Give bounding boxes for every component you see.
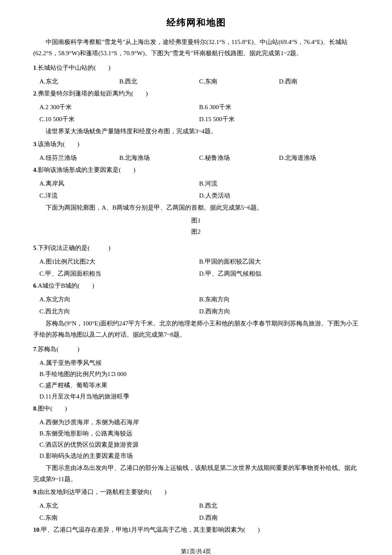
q9-option-b: B.西北	[199, 500, 359, 511]
q9-option-d: D.西南	[199, 512, 359, 523]
intro-paragraph-1: 中国南极科学考察船"雪龙号"从上海出发，途经弗里曼特尔(32.1°S，115.8…	[33, 37, 359, 59]
q6-option-c: C.西北方向	[39, 306, 199, 317]
section-note-3: 下面为两国轮廓图，A、B两城市分别是甲、乙两国的首都。据此完成第5~6题。	[33, 202, 359, 213]
q2-options-row1: A.2 300千米 B.6 300千米	[33, 102, 359, 113]
q5-option-a: A.图1比例尺比图2大	[39, 256, 199, 267]
figure-2-label: 图2	[33, 226, 359, 237]
q7-options: A.属于亚热带季风气候 B.手绘地图的比例尺约为1∶3 000 C.盛产柑橘、葡…	[33, 357, 359, 402]
q1-option-c: C.东南	[199, 76, 279, 87]
q4-option-b: B.河流	[199, 178, 359, 189]
q4-text: .影响该渔场形成的主要因素是( )	[37, 166, 136, 173]
q3-option-a: A.纽芬兰渔场	[39, 152, 119, 164]
q7-option-d: D.11月至次年4月当地的旅游旺季	[39, 391, 359, 402]
q9-text: .由出发地到达甲港口，一路航程主要驶向( )	[37, 489, 167, 495]
question-5: 5.下列说法正确的是( )	[33, 242, 359, 254]
q8-option-d: D.影响码头选址的主要因素是市场	[39, 450, 359, 462]
q1-options: A.东北 B.西北 C.东南 D.西南	[33, 76, 359, 87]
q8-option-c: C.酒店区的优势区位因素是旅游资源	[39, 439, 359, 450]
q6-text: .A城位于B城的( )	[37, 282, 95, 289]
q6-option-b: B.东南方向	[199, 294, 359, 305]
q5-text: .下列说法正确的是( )	[37, 244, 111, 251]
q3-option-b: B.北海渔场	[119, 152, 200, 164]
q1-option-a: A.东北	[39, 76, 119, 87]
q9-number: 9	[33, 489, 37, 495]
q6-number: 6	[33, 282, 37, 289]
section-note-4: 下图示意由冰岛出发向甲、乙港口的部分海上运输线，该航线是第二次世界大战期间重要的…	[33, 462, 359, 485]
q2-options-row2: C.10 500千米 D.15 500千米	[33, 114, 359, 125]
q5-options: A.图1比例尺比图2大 B.甲国的面积较乙国大	[33, 256, 359, 267]
section-note-2: 读世界某大渔场鱿鱼产量随纬度和经度分布图，完成第3~4题。	[33, 126, 359, 137]
q5-options-row2: C.甲、乙两国面积相当 D.甲、乙两国气候相似	[33, 268, 359, 279]
intro-paragraph-2: 苏梅岛(9°N，100°E)面积约247平方千米。北京的地理老师小王和他的朋友小…	[33, 318, 359, 340]
q7-option-c: C.盛产柑橘、葡萄等水果	[39, 380, 359, 391]
q3-option-d: D.北海道渔场	[279, 152, 359, 164]
q3-options: A.纽芬兰渔场 B.北海渔场 C.秘鲁渔场 D.北海道渔场	[33, 152, 359, 164]
q9-option-a: A.东北	[39, 500, 199, 511]
q4-options-row2: C.洋流 D.人类活动	[33, 190, 359, 201]
q7-number: 7	[33, 346, 37, 352]
q4-option-a: A.离岸风	[39, 178, 199, 189]
q5-option-b: B.甲国的面积较乙国大	[199, 256, 359, 267]
q2-option-d: D.15 500千米	[199, 114, 359, 125]
q6-options-row1: A.东北方向 B.东南方向	[33, 294, 359, 305]
q9-options-row1: A.东北 B.西北	[33, 500, 359, 511]
q2-option-c: C.10 500千米	[39, 114, 199, 125]
question-10: 10.甲、乙港口气温存在差异，甲地1月平均气温高于乙地，其主要影响因素为( )	[33, 524, 359, 535]
q8-text: .图中( )	[37, 405, 67, 412]
q2-text: .弗里曼特尔到蓬塔的最短距离约为( )	[37, 90, 148, 97]
q4-number: 4	[33, 166, 37, 173]
q9-options-row2: C.东南 D.西南	[33, 512, 359, 523]
question-9: 9.由出发地到达甲港口，一路航程主要驶向( )	[33, 487, 359, 498]
question-7: 7.苏梅岛( )	[33, 344, 359, 355]
q2-option-a: A.2 300千米	[39, 102, 199, 113]
q7-option-a: A.属于亚热带季风气候	[39, 357, 359, 369]
q7-option-b: B.手绘地图的比例尺约为1∶3 000	[39, 369, 359, 380]
q1-option-d: D.西南	[279, 76, 359, 87]
figure-1-label: 图1	[33, 215, 359, 226]
q5-option-c: C.甲、乙两国面积相当	[39, 268, 199, 279]
question-3: 3.该渔场为( )	[33, 139, 359, 150]
question-8: 8.图中( )	[33, 403, 359, 414]
page-footer: 第1页/共4页	[33, 548, 359, 555]
q10-number: 10	[33, 526, 39, 533]
q10-text: .甲、乙港口气温存在差异，甲地1月平均气温高于乙地，其主要影响因素为( )	[39, 526, 260, 533]
q2-option-b: B.6 300千米	[199, 102, 359, 113]
q7-text: .苏梅岛( )	[37, 346, 80, 352]
q8-number: 8	[33, 405, 37, 412]
page-title: 经纬网和地图	[33, 17, 359, 29]
q4-option-d: D.人类活动	[199, 190, 359, 201]
q1-text: .长城站位于中山站的( )	[37, 64, 111, 71]
question-1: 1.长城站位于中山站的( )	[33, 62, 359, 73]
q5-number: 5	[33, 244, 37, 251]
q4-options-row1: A.离岸风 B.河流	[33, 178, 359, 189]
q1-option-b: B.西北	[119, 76, 200, 87]
q3-number: 3	[33, 141, 37, 147]
q8-option-b: B.东侧受地形影响，公路离海较远	[39, 428, 359, 439]
q9-option-c: C.东南	[39, 512, 199, 523]
q8-options: A.西侧为沙质海岸，东侧为礁石海岸 B.东侧受地形影响，公路离海较远 C.酒店区…	[33, 417, 359, 462]
q4-option-c: C.洋流	[39, 190, 199, 201]
q3-option-c: C.秘鲁渔场	[199, 152, 279, 164]
q2-number: 2	[33, 90, 37, 97]
question-2: 2.弗里曼特尔到蓬塔的最短距离约为( )	[33, 88, 359, 99]
q3-text: .该渔场为( )	[37, 141, 80, 147]
q8-option-a: A.西侧为沙质海岸，东侧为礁石海岸	[39, 417, 359, 428]
q6-options-row2: C.西北方向 D.西南方向	[33, 306, 359, 317]
q6-option-d: D.西南方向	[199, 306, 359, 317]
question-4: 4.影响该渔场形成的主要因素是( )	[33, 164, 359, 176]
q5-option-d: D.甲、乙两国气候相似	[199, 268, 359, 279]
q1-number: 1	[33, 64, 37, 71]
question-6: 6.A城位于B城的( )	[33, 280, 359, 291]
q6-option-a: A.东北方向	[39, 294, 199, 305]
